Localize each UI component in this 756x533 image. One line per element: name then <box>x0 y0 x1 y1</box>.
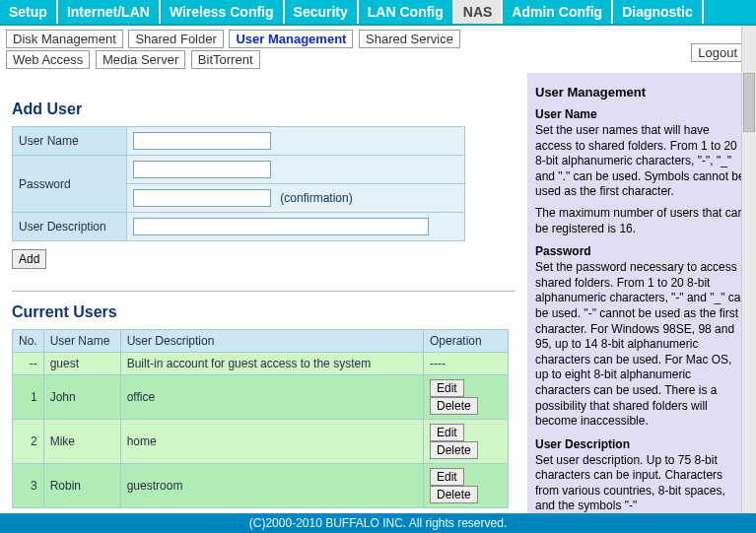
topnav-admin-config[interactable]: Admin Config <box>503 0 613 24</box>
help-password-h: Password <box>535 244 748 258</box>
subnav-media-server[interactable]: Media Server <box>96 50 185 69</box>
cell-no: 1 <box>13 375 44 420</box>
cell-userdesc: office <box>120 375 423 420</box>
username-label: User Name <box>13 127 127 156</box>
add-user-heading: Add User <box>12 100 515 118</box>
add-button[interactable]: Add <box>12 249 46 269</box>
userdesc-label: User Description <box>13 213 127 241</box>
help-username-h: User Name <box>535 107 748 121</box>
topnav-setup[interactable]: Setup <box>0 0 58 24</box>
subnav-shared-service[interactable]: Shared Service <box>359 30 460 48</box>
delete-button[interactable]: Delete <box>430 486 478 503</box>
cell-username: Mike <box>43 420 120 464</box>
topnav-nas[interactable]: NAS <box>454 0 504 24</box>
cell-username: guest <box>43 353 120 375</box>
help-password-p: Set the password necessary to access sha… <box>535 260 748 430</box>
cell-userdesc: home <box>120 420 423 464</box>
cell-username: Robin <box>43 464 120 508</box>
edit-button[interactable]: Edit <box>430 424 464 441</box>
cell-no: 3 <box>13 464 44 508</box>
userdesc-input[interactable] <box>133 218 429 235</box>
scrollbar[interactable] <box>741 26 756 515</box>
help-panel: User Management User Name Set the user n… <box>527 73 756 521</box>
table-row: --guestBuilt-in account for guest access… <box>13 353 509 375</box>
cell-no: 2 <box>13 420 44 464</box>
col-userdesc: User Description <box>120 330 423 353</box>
subnav-shared-folder[interactable]: Shared Folder <box>128 30 223 48</box>
cell-operation: ---- <box>424 353 509 375</box>
scrollbar-thumb[interactable] <box>743 73 755 132</box>
footer: (C)2000-2010 BUFFALO INC. All rights res… <box>0 513 756 533</box>
subnav-disk-management[interactable]: Disk Management <box>6 30 123 48</box>
topnav-internet-lan[interactable]: Internet/LAN <box>58 0 161 24</box>
sub-nav: Disk Management Shared Folder User Manag… <box>0 26 756 73</box>
cell-operation: EditDelete <box>424 375 509 420</box>
cell-operation: EditDelete <box>424 420 509 464</box>
help-username-p1: Set the user names that will have access… <box>535 123 748 200</box>
delete-button[interactable]: Delete <box>430 441 478 459</box>
cell-userdesc: guestroom <box>120 464 423 508</box>
topnav-diagnostic[interactable]: Diagnostic <box>613 0 704 24</box>
edit-button[interactable]: Edit <box>430 468 464 486</box>
password-input[interactable] <box>133 161 271 178</box>
main-panel: Add User User Name Password (confirmatio… <box>0 73 527 521</box>
cell-no: -- <box>13 353 44 375</box>
cell-username: John <box>43 375 120 420</box>
col-username: User Name <box>43 330 120 353</box>
password-label: Password <box>13 156 127 213</box>
help-userdesc-p: Set user description. Up to 75 8-bit cha… <box>535 453 748 514</box>
topnav-security[interactable]: Security <box>285 0 359 24</box>
col-operation: Operation <box>424 330 509 353</box>
add-user-form: User Name Password (confirmation) User D… <box>12 126 465 241</box>
subnav-bittorrent[interactable]: BitTorrent <box>191 50 260 69</box>
table-row: 2MikehomeEditDelete <box>13 420 509 464</box>
separator <box>12 291 515 292</box>
cell-userdesc: Built-in account for guest access to the… <box>120 353 423 375</box>
confirmation-label: (confirmation) <box>280 191 352 205</box>
users-table: No. User Name User Description Operation… <box>12 329 509 508</box>
table-row: 3RobinguestroomEditDelete <box>13 464 509 508</box>
delete-button[interactable]: Delete <box>430 397 478 415</box>
top-nav: Setup Internet/LAN Wireless Config Secur… <box>0 0 756 26</box>
topnav-wireless-config[interactable]: Wireless Config <box>161 0 285 24</box>
subnav-user-management[interactable]: User Management <box>229 30 353 48</box>
help-title: User Management <box>535 85 748 100</box>
logout-link[interactable]: Logout <box>691 43 744 62</box>
subnav-web-access[interactable]: Web Access <box>6 50 90 69</box>
help-username-p2: The maximum number of users that can be … <box>535 206 748 236</box>
help-userdesc-h: User Description <box>535 437 748 451</box>
topnav-lan-config[interactable]: LAN Config <box>359 0 454 24</box>
table-row: 1JohnofficeEditDelete <box>13 375 509 420</box>
password-confirm-input[interactable] <box>133 189 271 207</box>
edit-button[interactable]: Edit <box>430 379 464 397</box>
col-no: No. <box>13 330 44 353</box>
current-users-heading: Current Users <box>12 303 515 321</box>
cell-operation: EditDelete <box>424 464 509 508</box>
username-input[interactable] <box>133 132 271 150</box>
